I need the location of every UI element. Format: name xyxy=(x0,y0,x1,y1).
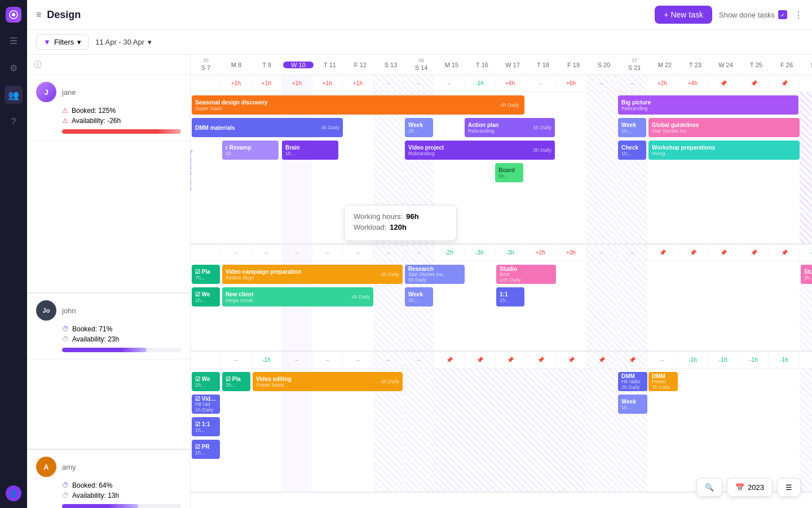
availability-label-amy: Availability: 13h xyxy=(72,492,119,500)
task-week-jane-2[interactable]: Week 1h... xyxy=(618,118,646,137)
working-hours-label: Working hours: xyxy=(354,212,403,221)
workload-value: 120h xyxy=(390,223,407,231)
sidebar-users-icon[interactable]: 👥 xyxy=(5,86,23,104)
task-new-client[interactable]: New client Mega social 4h Daily xyxy=(222,287,373,306)
filter-label: Filters xyxy=(54,38,74,46)
tooltip-working-hours: Working hours: 96h xyxy=(354,212,447,221)
show-done-tasks[interactable]: Show done tasks ✓ xyxy=(719,10,787,19)
sidebar-settings-icon[interactable]: ⚙ xyxy=(5,59,23,77)
svg-point-1 xyxy=(12,13,15,16)
task-revamp[interactable]: r Revamp 1h... xyxy=(222,141,279,160)
availability-label-jane: Availability: -26h xyxy=(72,117,121,125)
task-video-editing[interactable]: Video editing Power beats 4h Daily xyxy=(253,372,403,391)
task-dmm-materials[interactable]: DMM materials 4h Daily xyxy=(192,118,343,137)
task-pla-john-0[interactable]: ☑ Pla 7h... xyxy=(192,265,220,284)
show-availability-button[interactable]: Show availability xyxy=(191,144,192,191)
tasks-john: ☑ Pla 7h... Video campaign preparation B… xyxy=(191,261,812,352)
timeline-area: 35 S 7 M 8 T 9 W 10 T 11 F 12 S 13 36 S … xyxy=(191,55,812,508)
task-seasonal-discovery[interactable]: Seasonal design discovery Super SaaS 4h … xyxy=(192,95,524,115)
overflow-cell-jane-2: +1h xyxy=(251,75,282,91)
user-info-amy: A amy xyxy=(36,457,181,477)
filter-icon: ▼ xyxy=(43,38,51,46)
task-studio-john-1[interactable]: Studio 3h... xyxy=(801,265,812,284)
day-col-m22: M 22 xyxy=(650,62,680,68)
working-hours-value: 96h xyxy=(406,212,418,221)
user-stats-john: ⏱ Booked: 71% ⏱ Availability: 23h xyxy=(62,325,181,352)
task-1-1-amy[interactable]: ☑ 1:1 1h... xyxy=(192,417,220,436)
overflow-cell-jane-14: -- xyxy=(617,75,647,91)
hamburger-icon[interactable]: ≡ xyxy=(36,10,41,20)
task-workshop-prep[interactable]: Workshop preparations Hiring xyxy=(648,141,800,160)
bottom-right-controls: 🔍 📅 2023 ☰ xyxy=(696,478,801,497)
app-logo[interactable] xyxy=(6,7,21,23)
content-area: ⓘ J jane ⚠ Booked: 125% ⚠ Availability: … xyxy=(27,55,812,508)
overflow-cell-jane-15: +2h xyxy=(647,75,678,91)
task-video-project[interactable]: Video project Rebranding 3h Daily xyxy=(405,141,555,160)
sidebar-menu-icon[interactable]: ☰ xyxy=(5,32,23,50)
current-user-avatar[interactable]: 👤 xyxy=(6,485,21,501)
task-action-plan[interactable]: Action plan Rebranding 5h Daily xyxy=(465,118,555,137)
done-checkbox[interactable]: ✓ xyxy=(778,10,787,19)
overflow-cell-jane-11: -- xyxy=(526,75,556,91)
filter-button[interactable]: ▼ Filters ▾ xyxy=(36,34,89,50)
availability-icon-amy: ⏱ xyxy=(62,492,69,500)
header: ≡ Design + New task Show done tasks ✓ ⋮ xyxy=(27,0,812,30)
task-research[interactable]: Research Star Stories Inc. 5h Daily xyxy=(405,265,465,284)
header-right: + New task Show done tasks ✓ ⋮ xyxy=(655,6,803,24)
task-check[interactable]: Check 1h... xyxy=(618,141,646,160)
booked-icon-john: ⏱ xyxy=(62,325,69,333)
task-global-guidelines[interactable]: Global guidelines Star Stories Inc. xyxy=(648,118,800,137)
zoom-icon: 🔍 xyxy=(705,483,714,492)
task-brain[interactable]: Brain 1h... xyxy=(282,141,338,160)
day-col-f19: F 19 xyxy=(558,62,589,68)
task-1-1-john[interactable]: 1:1 1h... xyxy=(496,287,524,306)
user-info-jane: J jane xyxy=(36,82,181,102)
overflow-cell-jane-12: +6h xyxy=(556,75,586,91)
overflow-cell-jane-0 xyxy=(191,75,221,91)
day-col-t11: T 11 xyxy=(315,62,345,68)
tooltip-workload: Workload: 120h xyxy=(354,223,447,231)
user-name-amy: amy xyxy=(62,463,76,471)
task-we-john[interactable]: ☑ We 1h... xyxy=(192,287,220,306)
booked-icon-jane: ⚠ xyxy=(62,107,68,115)
calendar-year-label: 2023 xyxy=(748,483,764,492)
more-options-icon[interactable]: ⋮ xyxy=(794,10,803,20)
task-big-picture[interactable]: Big picture Rebranding xyxy=(618,95,798,115)
task-pr-amy[interactable]: ☑ PR 1h... xyxy=(192,440,220,459)
task-board[interactable]: Board 5h... xyxy=(495,163,523,182)
sidebar-help-icon[interactable]: ? xyxy=(5,113,23,131)
zoom-button[interactable]: 🔍 xyxy=(696,478,722,497)
overflow-cell-jane-20 xyxy=(800,75,812,91)
main-area: ≡ Design + New task Show done tasks ✓ ⋮ … xyxy=(27,0,812,508)
user-stats-jane: ⚠ Booked: 125% ⚠ Availability: -26h xyxy=(62,107,181,134)
booked-label-amy: Booked: 64% xyxy=(72,481,112,489)
task-dmm-amy-0[interactable]: DMM Hit radio 3h Daily xyxy=(618,372,647,391)
task-week-jane-1[interactable]: Week 1h... xyxy=(405,118,433,137)
task-studio-john-0[interactable]: Studio Bost 10h Daily xyxy=(496,265,556,284)
task-video-amy[interactable]: ☑ Video Hit rad 1h Daily xyxy=(192,395,220,414)
task-dmm-amy-1[interactable]: DMM Power 3h Daily xyxy=(648,372,678,391)
day-col-s27: S 27 xyxy=(802,62,812,68)
task-week-john[interactable]: Week 1h... xyxy=(405,287,433,306)
day-col-m8: M 8 xyxy=(221,62,251,68)
task-week-amy[interactable]: Week 1h... xyxy=(618,395,647,414)
day-col-t23: T 23 xyxy=(680,62,710,68)
list-view-button[interactable]: ☰ xyxy=(777,478,801,497)
task-pla-amy[interactable]: ☑ Pla 2h... xyxy=(222,372,250,391)
overflow-row-amy: -- -1h -- -- -- -- -- 📌 📌 📌 📌 📌 📌 📌 -- -… xyxy=(191,352,812,369)
task-we-amy[interactable]: ☑ We 1h... xyxy=(192,372,220,391)
overflow-cell-jane-10: +4h xyxy=(495,75,526,91)
avatar-amy: A xyxy=(36,457,56,477)
overflow-row-john: -- -- -- -- -- -- -- -2h -3h -3h +2h +3h… xyxy=(191,244,812,261)
user-name-john: john xyxy=(62,306,76,315)
date-range-picker[interactable]: 11 Apr - 30 Apr ▾ xyxy=(95,38,152,46)
day-col-f26: F 26 xyxy=(771,62,802,68)
new-task-button[interactable]: + New task xyxy=(655,6,712,24)
overflow-cell-jane-18: 📌 xyxy=(739,75,769,91)
day-col-w24: W 24 xyxy=(710,62,741,68)
day-col-t9: T 9 xyxy=(251,62,282,68)
task-video-campaign[interactable]: Video campaign preparation Boston dogs 4… xyxy=(222,265,403,284)
calendar-button[interactable]: 📅 2023 xyxy=(727,478,773,497)
avatar-jane: J xyxy=(36,82,56,102)
booked-stat-jane: ⚠ Booked: 125% xyxy=(62,107,181,115)
